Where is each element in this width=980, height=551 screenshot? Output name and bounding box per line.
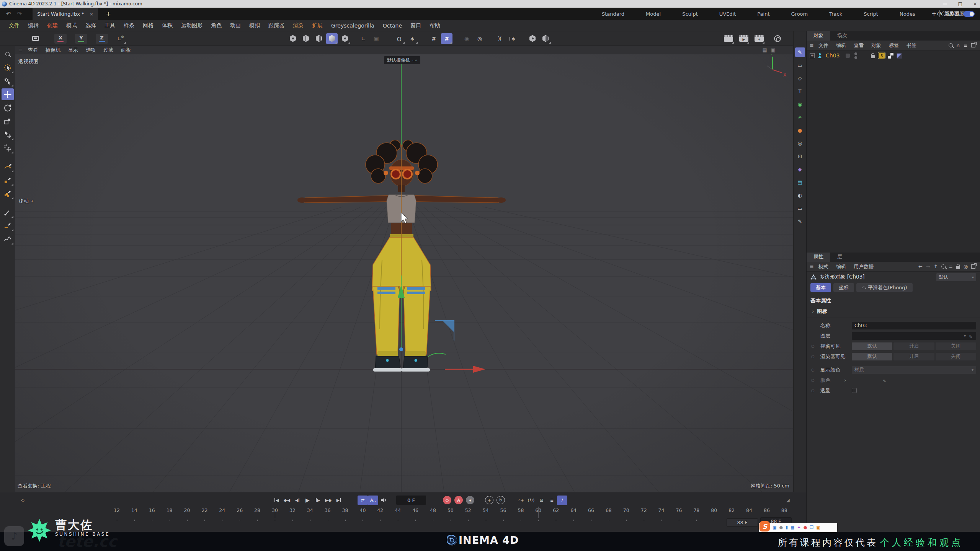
attribute-menu-item[interactable]: 用户数据 (850, 263, 877, 270)
attribute-menu-item[interactable]: 编辑 (832, 263, 850, 270)
weight-tag-icon[interactable] (869, 52, 876, 59)
lock-z-axis-button[interactable]: Z (96, 34, 108, 44)
key-rotation-circle-icon[interactable]: ↻ (497, 496, 505, 504)
autokey-range-icon[interactable]: A‥ (368, 496, 378, 505)
perspective-viewport[interactable]: Y X ≡ 查看摄像机显示选项过滤面板 ▦ ▣ 透视视图 默认摄像机 ▭› 移动… (15, 46, 793, 492)
visibility-option[interactable]: 关闭 (936, 353, 976, 360)
object-manager-menu-item[interactable]: 书签 (903, 42, 920, 49)
redo-icon[interactable]: ↷ (17, 10, 22, 17)
search-tool-icon[interactable] (2, 48, 14, 60)
live-selection-icon[interactable] (2, 62, 14, 73)
tab-phong[interactable]: 平滑着色(Phong) (856, 283, 913, 292)
tab-objects[interactable]: 对象 (807, 31, 830, 41)
menu-item[interactable]: 动画 (226, 22, 245, 29)
menu-item[interactable]: Octane (379, 23, 406, 29)
new-tab-button[interactable]: + (106, 10, 111, 18)
menu-item[interactable]: 选择 (81, 22, 100, 29)
screen-icon[interactable]: ▭ (795, 204, 805, 213)
end-frame-field[interactable]: 88 F (727, 518, 758, 527)
play-button[interactable]: ▶ (302, 496, 313, 505)
go-up-icon[interactable]: ↑ (934, 264, 938, 269)
record-keyframe-icon[interactable]: ◇ (443, 496, 451, 504)
panel-menu-icon[interactable]: ≡ (810, 264, 814, 269)
layer-dropdown-icon[interactable]: ▾ (964, 334, 966, 338)
asset-browser-icon[interactable] (30, 33, 41, 44)
edges-mode-icon[interactable] (300, 33, 312, 44)
viewport-menu-item[interactable]: 选项 (82, 47, 100, 54)
xray-checkbox[interactable] (852, 388, 857, 393)
interactive-render-icon[interactable] (772, 33, 783, 44)
spline-shape-pen-ic[interactable] (2, 174, 14, 186)
line-pen-icon[interactable] (2, 220, 14, 231)
polygons-mode-icon[interactable] (313, 33, 325, 44)
record-rotation-icon[interactable]: (↻) (526, 496, 536, 505)
menu-item[interactable]: 体积 (158, 22, 177, 29)
color-expand-icon[interactable]: › (844, 377, 846, 383)
dynamics-ball-icon[interactable]: ● (795, 126, 805, 135)
visibility-option[interactable]: 关闭 (936, 342, 976, 350)
tweak-tool-icon[interactable] (2, 75, 14, 87)
tab-close-icon[interactable]: × (90, 11, 94, 17)
motion-tag-icon[interactable] (878, 52, 885, 59)
auto-mode-icon[interactable] (540, 33, 551, 44)
cube-tool-icon[interactable]: ◇ (795, 73, 805, 83)
layout-preset[interactable]: UVEdit (709, 11, 747, 17)
quantize-lock-icon[interactable]: # (441, 33, 452, 44)
layout-preset[interactable]: Script (853, 11, 889, 17)
recorder-camera-icon[interactable]: ▣ (773, 525, 776, 530)
history-forward-icon[interactable]: → (926, 264, 930, 269)
viewport-grid-toggle-icon[interactable]: ▦ (762, 47, 767, 53)
points-mode-icon[interactable] (287, 33, 299, 44)
go-to-end-icon[interactable]: ▶ (333, 496, 344, 505)
cursor-move-tool-icon[interactable] (2, 129, 14, 140)
recorder-mic-icon[interactable]: ▮ (786, 525, 788, 530)
next-key-icon[interactable]: ▶◆ (323, 496, 333, 505)
menu-item[interactable]: 样条 (119, 22, 139, 29)
layer-chip[interactable] (846, 54, 850, 58)
keyframe-selection-icon[interactable]: / (557, 496, 567, 505)
key-position-circle-icon[interactable]: + (485, 496, 493, 504)
object-manager-menu-item[interactable]: 编辑 (832, 42, 850, 49)
record-scale-icon[interactable]: ⊡ (536, 496, 547, 505)
model-mode-icon[interactable] (326, 33, 338, 44)
add-layout-button[interactable]: + (931, 10, 936, 17)
menu-item[interactable]: 窗口 (406, 22, 425, 29)
axis-mode-icon[interactable]: ∟ (358, 33, 369, 44)
gizmo-origin-dot[interactable] (399, 347, 403, 351)
render-view-icon[interactable] (723, 33, 734, 44)
brush-tool-icon[interactable] (2, 206, 14, 218)
rectangle-tool-icon[interactable]: ▭ (795, 60, 805, 70)
visibility-dots[interactable] (854, 52, 857, 59)
tab-coordinates[interactable]: 坐标 (833, 283, 854, 292)
viewport-menu-item[interactable]: 摄像机 (42, 47, 64, 54)
panel-menu-icon[interactable]: ≡ (810, 42, 814, 48)
texture-mode-icon[interactable] (339, 33, 351, 44)
screen-recorder-overlay[interactable]: S ▣ ● ▮ ▦ ✦ ● ❒ ▣ (759, 523, 837, 532)
expand-tree-icon[interactable]: + (810, 53, 815, 58)
environment-icon[interactable]: ◐ (795, 191, 805, 200)
recorder-record-icon[interactable]: ● (804, 525, 807, 530)
record-position-icon[interactable]: ∴+ (516, 496, 526, 505)
menu-item[interactable]: 创建 (43, 22, 62, 29)
menu-item[interactable]: 扩展 (308, 22, 327, 29)
history-back-icon[interactable]: ← (918, 264, 923, 269)
layout-preset[interactable]: Nodes (889, 11, 926, 17)
coordinate-system-icon[interactable]: ∟⊕ (115, 33, 126, 44)
render-to-picture-viewer-icon[interactable]: ▶ (738, 33, 750, 44)
next-frame-icon[interactable]: ▶ (313, 496, 323, 505)
attribute-menu-item[interactable]: 模式 (815, 263, 832, 270)
deformer-icon[interactable]: ◆ (795, 165, 805, 174)
texture-tag-icon[interactable] (887, 52, 894, 59)
menu-item[interactable]: 跟踪器 (264, 22, 289, 29)
current-frame-field[interactable]: 0 F (396, 496, 426, 505)
object-manager-menu-item[interactable]: 标签 (885, 42, 903, 49)
menu-item[interactable]: 网格 (139, 22, 158, 29)
close-icon[interactable]: × (973, 1, 977, 7)
viewport-menu-item[interactable]: 过滤 (100, 47, 117, 54)
object-manager-menu-item[interactable]: 对象 (867, 42, 885, 49)
display-tag-icon[interactable] (896, 52, 903, 59)
attr-popout-icon[interactable] (971, 264, 975, 269)
spline-pen-icon[interactable] (2, 161, 14, 173)
layout-preset[interactable]: Track (818, 11, 853, 17)
symmetry-settings-icon[interactable]: ∗ (507, 33, 518, 44)
